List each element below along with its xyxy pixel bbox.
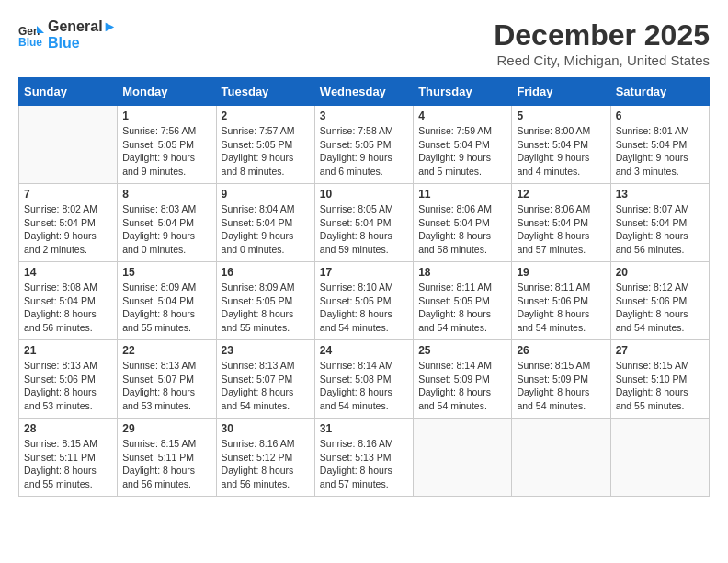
logo-line2: Blue [48,35,117,52]
day-info: Sunrise: 8:13 AMSunset: 5:07 PMDaylight:… [122,359,210,413]
day-info: Sunrise: 8:05 AMSunset: 5:04 PMDaylight:… [320,202,408,257]
calendar-cell: 6Sunrise: 8:01 AMSunset: 5:04 PMDaylight… [610,106,709,184]
day-info: Sunrise: 8:14 AMSunset: 5:08 PMDaylight:… [320,359,408,413]
day-info: Sunrise: 8:02 AMSunset: 5:04 PMDaylight:… [24,202,112,257]
calendar-cell [414,419,512,497]
day-number: 25 [418,344,506,357]
day-info: Sunrise: 8:06 AMSunset: 5:04 PMDaylight:… [517,202,605,257]
day-number: 4 [418,109,506,122]
calendar: SundayMondayTuesdayWednesdayThursdayFrid… [18,77,710,497]
day-number: 11 [418,188,506,201]
calendar-cell [610,419,709,497]
day-number: 20 [616,266,704,279]
day-number: 5 [517,109,605,122]
day-number: 1 [122,109,210,122]
day-number: 28 [24,422,112,435]
day-number: 3 [320,109,408,122]
calendar-cell: 1Sunrise: 7:56 AMSunset: 5:05 PMDaylight… [118,106,216,184]
day-of-week-header: Saturday [610,78,709,106]
logo: Gen Blue General► Blue [18,18,117,51]
calendar-week-row: 21Sunrise: 8:13 AMSunset: 5:06 PMDayligh… [19,340,710,419]
calendar-week-row: 14Sunrise: 8:08 AMSunset: 5:04 PMDayligh… [19,262,710,340]
day-info: Sunrise: 8:15 AMSunset: 5:11 PMDaylight:… [122,437,210,491]
day-number: 15 [122,266,210,279]
day-number: 14 [24,266,112,279]
day-info: Sunrise: 8:13 AMSunset: 5:06 PMDaylight:… [24,359,112,413]
day-of-week-header: Thursday [414,78,512,106]
calendar-cell: 29Sunrise: 8:15 AMSunset: 5:11 PMDayligh… [118,419,216,497]
day-info: Sunrise: 8:09 AMSunset: 5:04 PMDaylight:… [122,281,210,335]
calendar-cell: 21Sunrise: 8:13 AMSunset: 5:06 PMDayligh… [19,340,118,419]
calendar-cell: 4Sunrise: 7:59 AMSunset: 5:04 PMDaylight… [414,106,512,184]
day-number: 29 [122,422,210,435]
calendar-cell [19,106,118,184]
day-info: Sunrise: 8:12 AMSunset: 5:06 PMDaylight:… [616,281,704,335]
day-info: Sunrise: 8:09 AMSunset: 5:05 PMDaylight:… [222,281,310,335]
logo-icon: Gen Blue [18,22,44,48]
day-info: Sunrise: 7:58 AMSunset: 5:05 PMDaylight:… [320,124,408,178]
svg-text:Blue: Blue [18,36,42,48]
day-info: Sunrise: 8:03 AMSunset: 5:04 PMDaylight:… [122,202,210,257]
day-number: 6 [616,109,704,122]
day-number: 7 [24,188,112,201]
day-info: Sunrise: 8:13 AMSunset: 5:07 PMDaylight:… [222,359,310,413]
calendar-week-row: 28Sunrise: 8:15 AMSunset: 5:11 PMDayligh… [19,419,710,497]
day-of-week-header: Monday [118,78,216,106]
calendar-cell: 5Sunrise: 8:00 AMSunset: 5:04 PMDaylight… [512,106,610,184]
day-info: Sunrise: 8:16 AMSunset: 5:12 PMDaylight:… [222,437,310,491]
calendar-cell: 28Sunrise: 8:15 AMSunset: 5:11 PMDayligh… [19,419,118,497]
calendar-cell: 13Sunrise: 8:07 AMSunset: 5:04 PMDayligh… [610,184,709,262]
day-info: Sunrise: 8:01 AMSunset: 5:04 PMDaylight:… [616,124,704,178]
day-info: Sunrise: 8:15 AMSunset: 5:11 PMDaylight:… [24,437,112,491]
calendar-week-row: 7Sunrise: 8:02 AMSunset: 5:04 PMDaylight… [19,184,710,262]
calendar-cell: 17Sunrise: 8:10 AMSunset: 5:05 PMDayligh… [314,262,413,340]
calendar-cell: 20Sunrise: 8:12 AMSunset: 5:06 PMDayligh… [610,262,709,340]
calendar-cell: 27Sunrise: 8:15 AMSunset: 5:10 PMDayligh… [610,340,709,419]
calendar-header-row: SundayMondayTuesdayWednesdayThursdayFrid… [19,78,710,106]
calendar-cell: 24Sunrise: 8:14 AMSunset: 5:08 PMDayligh… [314,340,413,419]
day-number: 16 [222,266,310,279]
day-info: Sunrise: 8:10 AMSunset: 5:05 PMDaylight:… [320,281,408,335]
day-number: 31 [320,422,408,435]
day-info: Sunrise: 8:15 AMSunset: 5:10 PMDaylight:… [616,359,704,413]
day-info: Sunrise: 8:11 AMSunset: 5:05 PMDaylight:… [418,281,506,335]
day-info: Sunrise: 8:16 AMSunset: 5:13 PMDaylight:… [320,437,408,491]
day-number: 9 [222,188,310,201]
calendar-cell: 2Sunrise: 7:57 AMSunset: 5:05 PMDaylight… [216,106,314,184]
month-title: December 2025 [494,18,710,52]
day-number: 8 [122,188,210,201]
calendar-cell: 14Sunrise: 8:08 AMSunset: 5:04 PMDayligh… [19,262,118,340]
calendar-week-row: 1Sunrise: 7:56 AMSunset: 5:05 PMDaylight… [19,106,710,184]
day-of-week-header: Sunday [19,78,118,106]
calendar-cell: 26Sunrise: 8:15 AMSunset: 5:09 PMDayligh… [512,340,610,419]
svg-marker-1 [37,26,44,33]
day-info: Sunrise: 8:14 AMSunset: 5:09 PMDaylight:… [418,359,506,413]
calendar-cell: 7Sunrise: 8:02 AMSunset: 5:04 PMDaylight… [19,184,118,262]
calendar-cell: 15Sunrise: 8:09 AMSunset: 5:04 PMDayligh… [118,262,216,340]
calendar-cell: 16Sunrise: 8:09 AMSunset: 5:05 PMDayligh… [216,262,314,340]
calendar-cell: 8Sunrise: 8:03 AMSunset: 5:04 PMDaylight… [118,184,216,262]
location-title: Reed City, Michigan, United States [494,52,710,68]
day-info: Sunrise: 7:59 AMSunset: 5:04 PMDaylight:… [418,124,506,178]
day-info: Sunrise: 7:57 AMSunset: 5:05 PMDaylight:… [222,124,310,178]
calendar-cell: 31Sunrise: 8:16 AMSunset: 5:13 PMDayligh… [314,419,413,497]
day-number: 30 [222,422,310,435]
calendar-cell: 12Sunrise: 8:06 AMSunset: 5:04 PMDayligh… [512,184,610,262]
day-info: Sunrise: 8:04 AMSunset: 5:04 PMDaylight:… [222,202,310,257]
calendar-cell: 22Sunrise: 8:13 AMSunset: 5:07 PMDayligh… [118,340,216,419]
title-area: December 2025 Reed City, Michigan, Unite… [494,18,710,68]
day-number: 17 [320,266,408,279]
day-info: Sunrise: 8:06 AMSunset: 5:04 PMDaylight:… [418,202,506,257]
day-number: 10 [320,188,408,201]
day-info: Sunrise: 8:00 AMSunset: 5:04 PMDaylight:… [517,124,605,178]
day-info: Sunrise: 8:15 AMSunset: 5:09 PMDaylight:… [517,359,605,413]
day-number: 12 [517,188,605,201]
day-number: 27 [616,344,704,357]
calendar-cell: 23Sunrise: 8:13 AMSunset: 5:07 PMDayligh… [216,340,314,419]
header: Gen Blue General► Blue December 2025 Ree… [18,18,710,68]
calendar-cell: 25Sunrise: 8:14 AMSunset: 5:09 PMDayligh… [414,340,512,419]
day-number: 21 [24,344,112,357]
calendar-cell: 30Sunrise: 8:16 AMSunset: 5:12 PMDayligh… [216,419,314,497]
calendar-cell: 3Sunrise: 7:58 AMSunset: 5:05 PMDaylight… [314,106,413,184]
calendar-cell: 9Sunrise: 8:04 AMSunset: 5:04 PMDaylight… [216,184,314,262]
